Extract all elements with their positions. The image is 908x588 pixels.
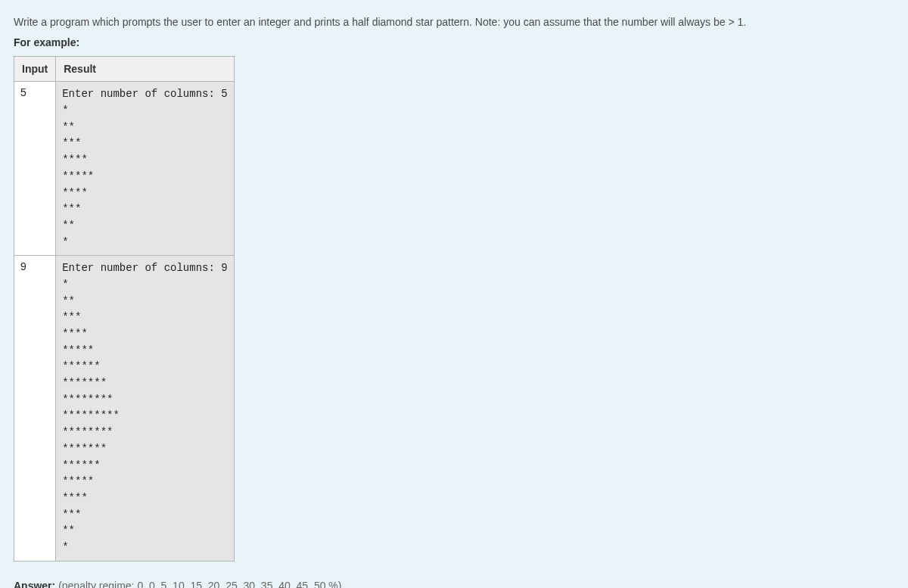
example-label: For example: — [14, 36, 894, 48]
result-output: Enter number of columns: 5 * ** *** ****… — [62, 86, 227, 250]
table-header-row: Input Result — [14, 57, 235, 82]
table-row: 5 Enter number of columns: 5 * ** *** **… — [14, 82, 235, 256]
answer-section: Answer: (penalty regime: 0, 0, 5, 10, 15… — [14, 580, 894, 588]
table-header-result: Result — [56, 57, 234, 82]
answer-label: Answer: — [14, 580, 55, 588]
example-table: Input Result 5 Enter number of columns: … — [14, 56, 235, 561]
result-output: Enter number of columns: 9 * ** *** ****… — [62, 260, 227, 555]
table-row: 9 Enter number of columns: 9 * ** *** **… — [14, 256, 235, 561]
table-cell-input: 5 — [14, 82, 56, 256]
table-cell-result: Enter number of columns: 9 * ** *** ****… — [56, 256, 234, 561]
table-cell-input: 9 — [14, 256, 56, 561]
table-cell-result: Enter number of columns: 5 * ** *** ****… — [56, 82, 234, 256]
penalty-regime: (penalty regime: 0, 0, 5, 10, 15, 20, 25… — [58, 580, 341, 588]
question-text: Write a program which prompts the user t… — [14, 14, 894, 30]
table-header-input: Input — [14, 57, 56, 82]
